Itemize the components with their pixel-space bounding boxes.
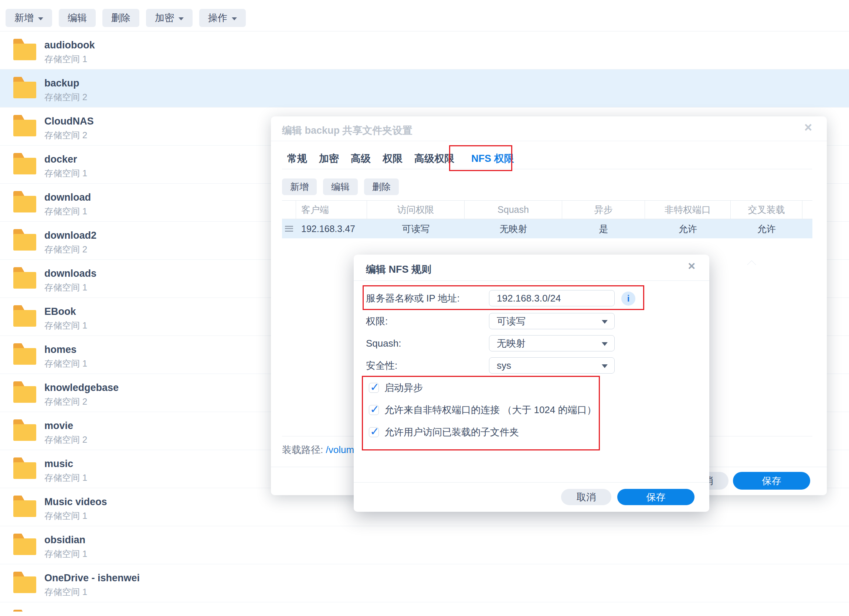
folder-name: CloudNAS	[44, 115, 94, 128]
folder-icon	[13, 39, 36, 60]
folder-name: Music videos	[44, 495, 107, 508]
tab[interactable]: 加密	[318, 152, 340, 165]
toolbar-button-label: 操作	[208, 12, 227, 24]
security-select[interactable]: sys	[489, 357, 615, 373]
folder-row[interactable]: OneDrive - ishenwei 存储空间 1	[0, 564, 849, 602]
server-input[interactable]	[489, 290, 615, 307]
security-field-label: 安全性:	[366, 357, 397, 373]
main-toolbar: 新增 编辑 删除 加密 操作	[6, 9, 246, 27]
folder-row[interactable]: backup 存储空间 2	[0, 70, 849, 107]
nfs-toolbar-button[interactable]: 删除	[364, 179, 399, 195]
folder-storage-label: 存储空间 1	[44, 206, 87, 217]
table-header-cell: 非特权端口	[645, 201, 731, 219]
folder-icon	[13, 191, 36, 213]
nfs-rules-table: 客户端访问权限Squash异步非特权端口交叉装载 192.168.3.47可读写…	[282, 200, 812, 238]
checkbox-row[interactable]: ✓ 启动异步	[369, 382, 423, 393]
folder-storage-label: 存储空间 1	[44, 510, 87, 521]
folder-storage-label: 存储空间 2	[44, 434, 87, 445]
table-header-cell: 交叉装载	[731, 201, 803, 219]
checkbox[interactable]: ✓	[369, 383, 379, 393]
checkbox-row[interactable]: ✓ 允许用户访问已装载的子文件夹	[369, 427, 519, 437]
table-cell: 是	[562, 219, 645, 238]
table-header-cell: 客户端	[296, 201, 367, 219]
info-icon[interactable]: i	[621, 292, 635, 306]
folder-name: download2	[44, 229, 97, 242]
cancel-button[interactable]: 取消	[561, 489, 611, 505]
toolbar-button[interactable]: 操作	[199, 9, 246, 27]
folder-storage-label: 存储空间 2	[44, 244, 87, 255]
folder-name: music	[44, 457, 73, 470]
table-cell: 允许	[645, 219, 731, 238]
divider	[271, 141, 827, 141]
folder-row[interactable]: audiobook 存储空间 1	[0, 31, 849, 70]
squash-field-label: Squash:	[366, 335, 401, 351]
folder-row[interactable]: photo	[0, 602, 849, 612]
drag-handle-header-cell	[282, 201, 296, 219]
tab[interactable]: NFS 权限	[471, 152, 515, 165]
tab[interactable]: 高级	[350, 152, 371, 165]
toolbar-button[interactable]: 加密	[146, 9, 192, 27]
table-row[interactable]: 192.168.3.47可读写无映射是允许允许	[282, 219, 812, 238]
toolbar-button-label: 加密	[155, 12, 174, 24]
active-tab-notch	[747, 260, 756, 269]
folder-icon	[13, 305, 36, 327]
toolbar-button[interactable]: 编辑	[59, 9, 96, 27]
folder-storage-label: 存储空间 1	[44, 548, 87, 559]
drag-handle-cell[interactable]	[282, 219, 296, 238]
folder-name: docker	[44, 153, 77, 165]
tab[interactable]: 权限	[382, 152, 403, 165]
folder-name: knowledgebase	[44, 381, 119, 394]
nfs-toolbar-button[interactable]: 编辑	[323, 179, 358, 195]
folder-storage-label: 存储空间 1	[44, 358, 87, 369]
table-cell: 允许	[731, 219, 803, 238]
nfs-toolbar-button[interactable]: 新增	[282, 179, 317, 195]
close-icon[interactable]: ×	[804, 121, 812, 134]
folder-storage-label: 存储空间 1	[44, 54, 87, 65]
chevron-down-icon	[232, 17, 237, 20]
folder-storage-label: 存储空间 1	[44, 168, 87, 179]
table-cell: 无映射	[465, 219, 562, 238]
folder-name: OneDrive - ishenwei	[44, 572, 140, 584]
folder-icon	[13, 343, 36, 365]
folder-icon	[13, 534, 36, 555]
table-header-cell: Squash	[465, 201, 562, 219]
folder-icon	[13, 610, 36, 612]
checkbox[interactable]: ✓	[369, 405, 379, 415]
squash-select[interactable]: 无映射	[489, 335, 615, 351]
table-header-row: 客户端访问权限Squash异步非特权端口交叉装载	[282, 200, 812, 219]
divider	[354, 280, 709, 281]
folder-name: movie	[44, 420, 73, 432]
mount-path-link[interactable]: /volum	[326, 444, 354, 455]
folder-name: downloads	[44, 267, 97, 280]
save-button[interactable]: 保存	[617, 489, 694, 505]
folder-name: photo	[44, 610, 72, 612]
checkbox-row[interactable]: ✓ 允许来自非特权端口的连接 （大于 1024 的端口）	[369, 405, 597, 415]
chevron-down-icon	[602, 320, 608, 324]
folder-icon	[13, 153, 36, 174]
folder-icon	[13, 115, 36, 136]
checkbox-label: 允许来自非特权端口的连接 （大于 1024 的端口）	[384, 405, 597, 415]
dialog-title: 编辑 NFS 规则	[366, 263, 431, 276]
save-button[interactable]: 保存	[733, 472, 810, 490]
checkbox[interactable]: ✓	[369, 427, 379, 437]
table-cell: 可读写	[367, 219, 465, 238]
tab[interactable]: 高级权限	[414, 152, 455, 165]
chevron-down-icon	[179, 17, 184, 20]
folder-icon	[13, 267, 36, 289]
security-select-value: sys	[497, 360, 511, 371]
folder-row[interactable]: obsidian 存储空间 1	[0, 526, 849, 564]
table-header-cell: 异步	[562, 201, 645, 219]
squash-select-value: 无映射	[497, 337, 526, 350]
privilege-select[interactable]: 可读写	[489, 313, 615, 329]
toolbar-button[interactable]: 删除	[103, 9, 139, 27]
table-cell: 192.168.3.47	[296, 219, 367, 238]
toolbar-button-label: 编辑	[68, 12, 87, 24]
close-icon[interactable]: ×	[688, 259, 695, 272]
tab[interactable]: 常规	[286, 152, 308, 165]
checkmark-icon: ✓	[370, 403, 379, 416]
privilege-select-value: 可读写	[497, 315, 526, 328]
toolbar-button-label: 删除	[111, 12, 131, 24]
folder-storage-label: 存储空间 2	[44, 130, 87, 141]
toolbar-button[interactable]: 新增	[6, 9, 52, 27]
checkbox-label: 启动异步	[384, 382, 423, 393]
